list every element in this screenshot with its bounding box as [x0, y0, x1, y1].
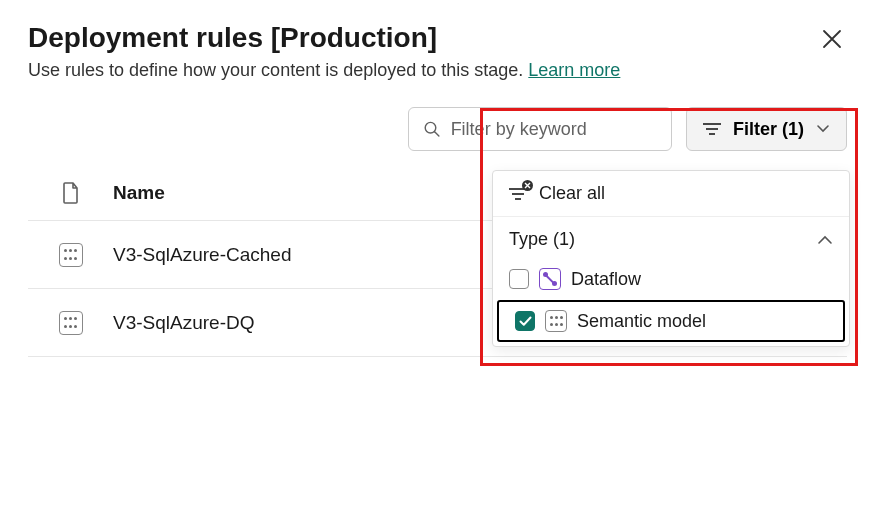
search-input[interactable]	[451, 119, 657, 140]
filter-option-semantic-model[interactable]: Semantic model	[497, 300, 845, 342]
filter-label: Filter (1)	[733, 119, 804, 140]
chevron-down-icon	[816, 124, 830, 134]
close-button[interactable]	[817, 24, 847, 57]
svg-line-1	[435, 132, 439, 136]
semantic-model-icon	[59, 243, 83, 267]
close-icon	[821, 28, 843, 50]
clear-badge-icon	[522, 180, 533, 191]
filter-option-dataflow[interactable]: Dataflow	[493, 260, 849, 298]
row-name: V3-SqlAzure-DQ	[113, 312, 255, 334]
dataflow-icon	[539, 268, 561, 290]
filter-icon	[703, 122, 721, 136]
filter-section-header[interactable]: Type (1)	[493, 217, 849, 260]
semantic-model-icon	[59, 311, 83, 335]
chevron-up-icon	[817, 235, 833, 245]
clear-all-button[interactable]: Clear all	[493, 171, 849, 217]
name-column-header[interactable]: Name	[113, 182, 165, 204]
row-name: V3-SqlAzure-Cached	[113, 244, 291, 266]
filter-panel: Clear all Type (1) Dataflow Semantic mod…	[492, 170, 850, 347]
checkbox-checked[interactable]	[515, 311, 535, 331]
filter-button[interactable]: Filter (1)	[686, 107, 847, 151]
option-label: Semantic model	[577, 311, 706, 332]
semantic-model-icon	[545, 310, 567, 332]
page-title: Deployment rules [Production]	[28, 22, 437, 54]
search-input-wrapper[interactable]	[408, 107, 672, 151]
type-column-header[interactable]	[28, 182, 113, 204]
subtitle: Use rules to define how your content is …	[28, 60, 847, 81]
filter-section-label: Type (1)	[509, 229, 575, 250]
clear-all-label: Clear all	[539, 183, 605, 204]
learn-more-link[interactable]: Learn more	[528, 60, 620, 80]
search-icon	[423, 119, 441, 139]
checkbox-unchecked[interactable]	[509, 269, 529, 289]
option-label: Dataflow	[571, 269, 641, 290]
file-icon	[62, 182, 80, 204]
